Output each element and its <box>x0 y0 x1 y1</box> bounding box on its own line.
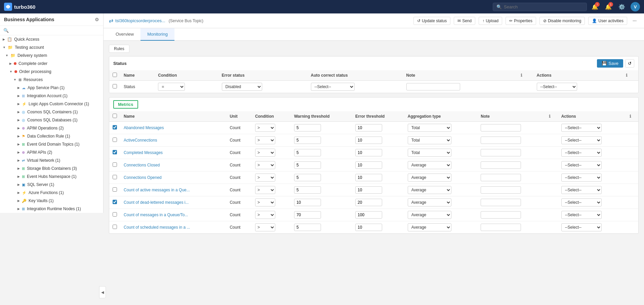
tab-monitoring[interactable]: Monitoring <box>140 28 174 41</box>
metrics-warning-input[interactable] <box>294 186 321 194</box>
sidebar-item-azure-functions[interactable]: ▶ ⚡ Azure Functions (1) <box>0 189 103 197</box>
metrics-warning-input[interactable] <box>294 137 321 144</box>
col-info-1[interactable]: ℹ <box>517 70 533 81</box>
sidebar-item-sql-server[interactable]: ▶ ▣ SQL Server (1) <box>0 181 103 189</box>
status-auto-correct-select[interactable]: --Select-- <box>311 83 355 91</box>
sidebar-search-bar[interactable]: 🔍 <box>0 26 103 35</box>
metrics-row-checkbox[interactable] <box>113 125 117 129</box>
sidebar-item-storage-blob[interactable]: ▶ ⊞ Storage Blob Containers (3) <box>0 164 103 173</box>
settings-icon[interactable]: ⚙️ <box>617 2 627 11</box>
sidebar-item-delivery-system[interactable]: ▼ 📁 Delivery system <box>0 51 103 60</box>
status-condition-select[interactable]: =>< <box>158 83 185 91</box>
metrics-aggregation-select[interactable]: TotalAverageMinimumMaximumCount <box>408 136 451 144</box>
metrics-aggregation-select[interactable]: TotalAverageMinimumMaximumCount <box>408 124 451 132</box>
sidebar-item-cosmos-sql-databases[interactable]: ▶ ◎ Cosmos SQL Databases (1) <box>0 116 103 124</box>
user-activities-button[interactable]: 👤 User activities <box>588 17 627 25</box>
metrics-aggregation-select[interactable]: TotalAverageMinimumMaximumCount <box>408 186 451 194</box>
search-input[interactable] <box>504 4 578 9</box>
metrics-error-input[interactable] <box>355 224 382 231</box>
metrics-condition-select[interactable]: > <>=<== <box>255 198 275 206</box>
sidebar-item-testing-account[interactable]: ▼ 📁 Testing account <box>0 43 103 51</box>
sidebar-item-integration-runtime[interactable]: ▶ ⊞ Integration Runtime Nodes (1) <box>0 205 103 213</box>
metrics-action-select[interactable]: --Select--EmailWebhookTeams <box>561 223 602 231</box>
metrics-aggregation-select[interactable]: TotalAverageMinimumMaximumCount <box>408 223 451 231</box>
metrics-row-name[interactable]: Connections Opened <box>124 175 162 180</box>
global-search[interactable]: 🔍 <box>493 3 587 11</box>
metrics-action-select[interactable]: --Select--EmailWebhookTeams <box>561 136 602 144</box>
avatar[interactable]: V <box>631 2 640 11</box>
sidebar-item-integration-account[interactable]: ▶ ⊞ Integration Account (1) <box>0 92 103 100</box>
metrics-action-select[interactable]: --Select--EmailWebhookTeams <box>561 124 602 132</box>
metrics-row-checkbox[interactable] <box>113 225 117 229</box>
sidebar-item-cosmos-sql-containers[interactable]: ▶ ◎ Cosmos SQL Containers (1) <box>0 108 103 116</box>
metrics-row-checkbox[interactable] <box>113 175 117 179</box>
sidebar-item-quick-access[interactable]: ▶ 📋 Quick Access <box>0 35 103 43</box>
col-info-2[interactable]: ℹ <box>622 70 638 81</box>
sidebar-item-resources[interactable]: ▼ ⊞ Resources <box>0 76 103 84</box>
metrics-condition-select[interactable]: > <>=<== <box>255 223 275 231</box>
sidebar-item-apim-apis[interactable]: ▶ ⊕ APIM APIs (2) <box>0 148 103 156</box>
metrics-warning-input[interactable] <box>294 124 321 131</box>
metrics-error-input[interactable] <box>355 199 382 206</box>
metrics-note-input[interactable] <box>481 199 521 206</box>
sidebar-item-order-processing[interactable]: ▼ Order processing <box>0 68 103 76</box>
metrics-aggregation-select[interactable]: TotalAverageMinimumMaximumCount <box>408 198 451 206</box>
metrics-action-select[interactable]: --Select--EmailWebhookTeams <box>561 186 602 194</box>
status-action-select[interactable]: --Select-- <box>537 83 577 91</box>
sidebar-gear-icon[interactable]: ⚙ <box>95 17 99 22</box>
status-row-checkbox[interactable] <box>113 84 117 88</box>
metrics-row-checkbox[interactable] <box>113 212 117 217</box>
metrics-error-input[interactable] <box>355 149 382 156</box>
metrics-aggregation-select[interactable]: TotalAverageMinimumMaximumCount <box>408 161 451 169</box>
sidebar-search-input[interactable] <box>11 28 100 33</box>
metrics-note-input[interactable] <box>481 161 521 169</box>
metrics-select-all-checkbox[interactable] <box>113 114 117 118</box>
notifications-icon[interactable]: 🔔 1 <box>604 2 613 11</box>
metrics-note-input[interactable] <box>481 174 521 181</box>
metrics-condition-select[interactable]: > <>=<== <box>255 124 275 132</box>
metrics-warning-input[interactable] <box>294 224 321 231</box>
metrics-aggregation-select[interactable]: TotalAverageMinimumMaximumCount <box>408 149 451 157</box>
sidebar-item-data-collection-rule[interactable]: ▶ ⚑ Data Collection Rule (1) <box>0 132 103 140</box>
metrics-row-name[interactable]: Count of dead-lettered messages i... <box>124 200 189 205</box>
metrics-warning-input[interactable] <box>294 211 321 219</box>
metrics-row-checkbox[interactable] <box>113 187 117 192</box>
refresh-button[interactable]: ↺ <box>625 59 634 68</box>
metrics-action-select[interactable]: --Select--EmailWebhookTeams <box>561 161 602 169</box>
send-button[interactable]: ✉ Send <box>454 17 475 25</box>
tab-overview[interactable]: Overview <box>109 28 140 41</box>
update-status-button[interactable]: ↺ Update status <box>413 17 450 25</box>
metrics-error-input[interactable] <box>355 124 382 131</box>
metrics-error-input[interactable] <box>355 137 382 144</box>
metrics-warning-input[interactable] <box>294 149 321 156</box>
sidebar-item-logic-apps-connector[interactable]: ▶ ⚡ Logic Apps Custom Connector (1) <box>0 100 103 108</box>
sidebar-item-key-vaults[interactable]: ▶ 🔑 Key Vaults (1) <box>0 197 103 205</box>
metrics-condition-select[interactable]: > <>=<== <box>255 149 275 157</box>
metrics-error-input[interactable] <box>355 161 382 169</box>
metrics-row-name[interactable]: Count of messages in a Queue/To... <box>124 213 188 217</box>
metrics-row-name[interactable]: Abandoned Messages <box>124 125 164 130</box>
status-error-status-select[interactable]: DisabledEnabled <box>222 83 262 91</box>
sidebar-item-complete-order[interactable]: ▶ Complete order <box>0 60 103 68</box>
metrics-note-input[interactable] <box>481 224 521 231</box>
metrics-row-checkbox[interactable] <box>113 150 117 154</box>
metrics-aggregation-select[interactable]: TotalAverageMinimumMaximumCount <box>408 174 451 182</box>
metrics-row-name[interactable]: Count of active messages in a Que... <box>124 188 190 192</box>
sidebar-item-apim-operations[interactable]: ▶ ⊕ APIM Operations (2) <box>0 124 103 132</box>
metrics-condition-select[interactable]: > <>=<== <box>255 211 275 219</box>
metrics-row-name[interactable]: ActiveConnections <box>124 138 157 143</box>
upload-button[interactable]: ↑ Upload <box>479 17 502 25</box>
metrics-action-select[interactable]: --Select--EmailWebhookTeams <box>561 211 602 219</box>
metrics-condition-select[interactable]: > <>=<== <box>255 161 275 169</box>
metrics-warning-input[interactable] <box>294 161 321 169</box>
rules-button[interactable]: Rules <box>109 45 129 53</box>
sidebar-item-event-hubs[interactable]: ▶ ⊞ Event Hubs Namespace (1) <box>0 173 103 181</box>
metrics-row-name[interactable]: Connections Closed <box>124 163 160 167</box>
save-button[interactable]: 💾 Save <box>597 59 623 68</box>
metrics-warning-input[interactable] <box>294 199 321 206</box>
metrics-row-name[interactable]: Count of scheduled messages in a ... <box>124 225 190 230</box>
properties-button[interactable]: ✏ Properties <box>506 17 536 25</box>
metrics-error-input[interactable] <box>355 174 382 181</box>
sidebar-item-virtual-network[interactable]: ▶ ⇌ Virtual Network (1) <box>0 156 103 164</box>
status-note-input[interactable] <box>406 83 460 90</box>
